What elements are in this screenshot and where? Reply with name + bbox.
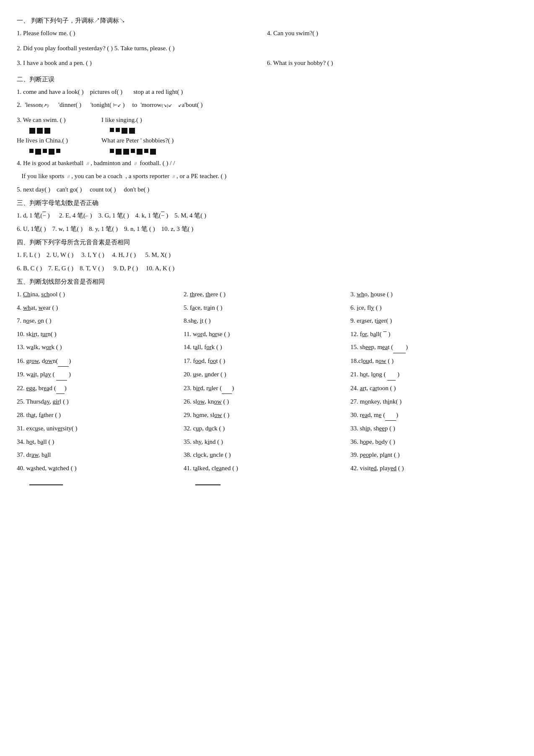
s5-21: 21. hot, long ( ) xyxy=(350,369,517,381)
s5-42: 42. visited, played ( ) xyxy=(350,463,517,485)
block xyxy=(144,149,148,153)
s5-2: 2. three, there ( ) xyxy=(184,289,350,300)
s4-row2: 6. B, C ( ) 7. E, G ( ) 8. T, V ( ) 9. D… xyxy=(17,263,517,274)
s5-12: 12. for, ball( ) xyxy=(350,329,517,340)
block xyxy=(29,149,34,153)
s4-row1: 1. F, L ( ) 2. U, W ( ) 3. I, Y ( ) 4. H… xyxy=(17,250,517,261)
s2-r3-l2: He lives in China.( ) xyxy=(17,135,68,146)
s5-26: 26. slow, know ( ) xyxy=(184,396,350,407)
s5-24: 24. art, cartoon ( ) xyxy=(350,383,517,394)
s2-r3-rblocks1 xyxy=(110,128,174,134)
s2-r3-left: 3. We can swim. ( ) He lives in China.( … xyxy=(17,115,68,155)
s3-row2: 6. U, 1笔( ) 7. w, 1 笔( ) 8. y, 1 笔( ) 9.… xyxy=(17,224,517,235)
s1-item-1: 1. Please follow me. ( ) xyxy=(17,28,267,39)
s5-36: 36. hope, body ( ) xyxy=(350,437,517,448)
s2-row4: 4. He is good at basketball // , badmint… xyxy=(17,158,517,182)
s5-5: 5. face, train ( ) xyxy=(184,303,350,313)
s5-13: 13. walk, work ( ) xyxy=(17,342,184,353)
s5-9: 9. eraser, tiger( ) xyxy=(350,316,517,326)
s2-r3-r1: I like singing.( ) xyxy=(101,115,174,126)
section-1: 一、 判断下列句子，升调标↗降调标↘ 1. Please follow me. … xyxy=(17,17,517,71)
block xyxy=(37,128,43,134)
s5-32: 32. cup, duck ( ) xyxy=(184,423,350,434)
s2-row1: 1. come and have a look( ) pictures of( … xyxy=(17,87,517,98)
s5-25: 25. Thursday, girl ( ) xyxy=(17,396,184,407)
s2-dinner: 'dinner( ) xyxy=(55,100,81,111)
s5-41-text: 41. talked, cleaned ( ) xyxy=(184,463,350,474)
s2-row3-cols: 3. We can swim. ( ) He lives in China.( … xyxy=(17,115,517,155)
s2-r4-l2: If you like sports // , you can be a coa… xyxy=(17,171,517,182)
s5-1: 1. China, school ( ) xyxy=(17,289,184,300)
s5-grid: 1. China, school ( ) 2. three, there ( )… xyxy=(17,289,517,488)
section-5: 五、判断划线部分发音是否相同 1. China, school ( ) 2. t… xyxy=(17,278,517,488)
block xyxy=(29,128,35,134)
s5-39: 39. people, plant ( ) xyxy=(350,450,517,461)
s5-38: 38. clock, uncle ( ) xyxy=(184,450,350,461)
s1-item-2b xyxy=(267,43,517,54)
s5-4: 4. what, wear ( ) xyxy=(17,303,184,313)
section-1-title: 一、 判断下列句子，升调标↗降调标↘ xyxy=(17,17,517,25)
s2-r3-right: I like singing.( ) What are Peter ' shob… xyxy=(101,115,174,155)
s2-lesson: 'lesson(↗) xyxy=(25,100,49,111)
s5-40: 40. washed, watched ( ) xyxy=(17,463,184,485)
s5-41: 41. talked, cleaned ( ) xyxy=(184,463,350,485)
s5-15: 15. sheep, meat ( ) xyxy=(350,342,517,353)
block xyxy=(129,128,135,134)
block xyxy=(49,149,54,155)
section-3-title: 三、判断字母笔划数是否正确 xyxy=(17,199,517,207)
s5-42-text: 42. visited, played ( ) xyxy=(350,463,517,474)
s5-10: 10. skirt, turn( ) xyxy=(17,329,184,340)
s2-row3: 3. We can swim. ( ) He lives in China.( … xyxy=(17,115,517,155)
section-4-title: 四、判断下列字母所含元音音素是否相同 xyxy=(17,238,517,246)
s3-row1: 1. d, 1 笔(− ) 2. E, 4 笔(⌐ ) 3. G, 1 笔( )… xyxy=(17,210,517,221)
s5-37: 37. draw, ball xyxy=(17,450,184,461)
s5-29: 29. home, slow ( ) xyxy=(184,410,350,421)
s5-7: 7. nose, on ( ) xyxy=(17,316,184,326)
s5-14: 14. tall, fork ( ) xyxy=(184,342,350,353)
block xyxy=(131,149,135,153)
s2-tonight: 'tonight( ⊢↙ ) xyxy=(89,100,124,111)
s5-33: 33. ship, sheep ( ) xyxy=(350,423,517,434)
s1-item-2: 2. Did you play football yesterday? ( ) … xyxy=(17,43,267,54)
s2-ta: ↙a'bout( ) xyxy=(178,100,203,111)
s1-item-3: 3. I have a book and a pen. ( ) xyxy=(17,58,267,69)
s5-28: 28. that, father ( ) xyxy=(17,410,184,421)
section-3: 三、判断字母笔划数是否正确 1. d, 1 笔(− ) 2. E, 4 笔(⌐ … xyxy=(17,199,517,234)
block xyxy=(35,149,41,155)
s5-22: 22. egg, bread ( ) xyxy=(17,383,184,394)
s5-23: 23. bird, ruler ( ) xyxy=(184,383,350,394)
s1-item-4: 4. Can you swim?( ) xyxy=(267,28,517,39)
s1-item-6: 6. What is your hobby? ( ) xyxy=(267,58,517,69)
block xyxy=(150,149,156,155)
s2-r3-blocks1 xyxy=(29,128,68,134)
s5-31: 31. excuse, university( ) xyxy=(17,423,184,434)
s5-40-text: 40. washed, watched ( ) xyxy=(17,463,184,474)
s5-18: 18.cloud, now ( ) xyxy=(350,356,517,367)
section-2: 二、判断正误 1. come and have a look( ) pictur… xyxy=(17,75,517,195)
s5-19: 19. wait, play ( ) xyxy=(17,369,184,381)
block xyxy=(116,149,122,155)
block xyxy=(56,149,60,153)
s2-morrow: 'morrow(↘)↙ xyxy=(140,100,172,111)
s5-3: 3. who, house ( ) xyxy=(350,289,517,300)
s5-30: 30. read, me ( ) xyxy=(350,410,517,421)
block xyxy=(110,149,114,153)
s5-34: 34. hot, ball ( ) xyxy=(17,437,184,448)
block xyxy=(43,149,47,153)
s5-27: 27. monkey, think( ) xyxy=(350,396,517,407)
s2-to: to xyxy=(132,100,137,111)
block xyxy=(44,128,50,134)
section-1-grid: 1. Please follow me. ( ) 4. Can you swim… xyxy=(17,28,517,71)
s2-r3-l1: 3. We can swim. ( ) xyxy=(17,115,68,126)
s5-17: 17. food, foot ( ) xyxy=(184,356,350,367)
section-5-title: 五、判断划线部分发音是否相同 xyxy=(17,278,517,286)
s5-35: 35. shy, kind ( ) xyxy=(184,437,350,448)
s2-r3-rblocks2 xyxy=(110,149,174,155)
block xyxy=(123,149,129,155)
s5-40-bar xyxy=(29,474,63,485)
s5-16: 16. grow, down( ) xyxy=(17,356,184,367)
s2-r3-blocks2 xyxy=(29,149,68,155)
block xyxy=(110,128,114,132)
s5-20: 20. use, under ( ) xyxy=(184,369,350,381)
s2-2-label: 2. xyxy=(17,100,21,111)
